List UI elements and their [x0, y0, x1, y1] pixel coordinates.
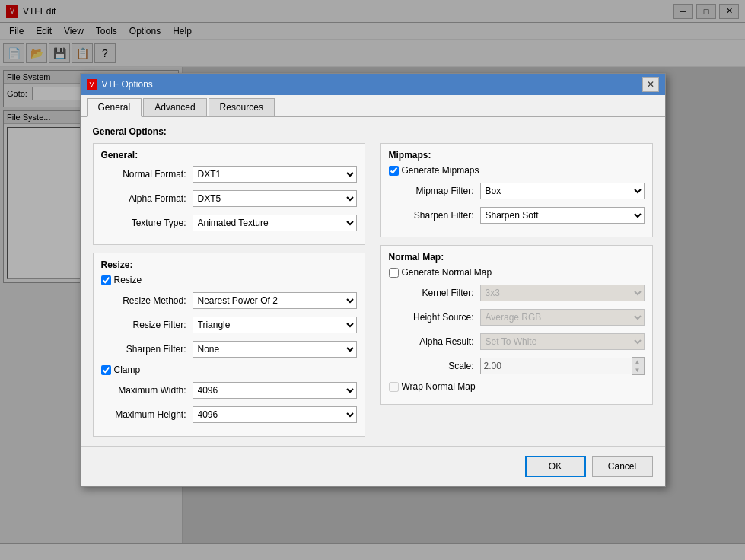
- alpha-format-row: Alpha Format: DXT1 DXT3 DXT5 BGR888 BGRA…: [101, 189, 357, 208]
- dialog-footer: OK Cancel: [81, 446, 665, 486]
- max-width-select[interactable]: 256 512 1024 2048 4096: [193, 382, 357, 399]
- dialog-content-area: General Options: General: Normal Format:: [81, 117, 665, 446]
- resize-filter-label: Resize Filter:: [101, 320, 193, 330]
- clamp-checkbox-label: Clamp: [114, 364, 141, 375]
- kernel-filter-select[interactable]: 3x3 5x5 7x7 9x9: [480, 285, 645, 301]
- resize-checkbox[interactable]: [101, 275, 111, 285]
- scale-down-button[interactable]: ▼: [632, 366, 644, 374]
- max-height-label: Maximum Height:: [101, 409, 193, 420]
- normal-format-select[interactable]: DXT1 DXT3 DXT5 BGR888 BGRA8888: [193, 166, 357, 183]
- generate-mipmaps-label: Generate Mipmaps: [402, 165, 479, 176]
- resize-method-row: Resize Method: Nearest Power Of 2 Bigges…: [101, 291, 357, 310]
- max-height-row: Maximum Height: 256 512 1024 2048 4096: [101, 406, 357, 424]
- scale-input[interactable]: 2.00: [480, 358, 632, 374]
- kernel-filter-label: Kernel Filter:: [389, 288, 480, 298]
- alpha-format-select[interactable]: DXT1 DXT3 DXT5 BGR888 BGRA8888: [193, 190, 357, 207]
- wrap-normalmap-checkbox[interactable]: [389, 382, 399, 392]
- resize-method-select[interactable]: Nearest Power Of 2 Biggest Power Of 2 Sm…: [193, 292, 357, 309]
- resize-checkbox-label: Resize: [114, 275, 142, 285]
- dialog-icon: V: [87, 79, 97, 90]
- mip-sharpen-filter-label: Sharpen Filter:: [389, 210, 480, 221]
- scale-label: Scale:: [389, 361, 480, 371]
- scale-up-button[interactable]: ▲: [632, 358, 644, 366]
- dialog-close-button[interactable]: ✕: [642, 77, 659, 92]
- tab-resources[interactable]: Resources: [209, 98, 275, 116]
- generate-normalmap-checkbox[interactable]: [389, 268, 399, 278]
- mipmap-filter-select[interactable]: Box Triangle Quadratic Cubic: [480, 183, 645, 199]
- height-source-select[interactable]: Average RGB Alpha Channel Height Map: [480, 309, 645, 326]
- resize-method-label: Resize Method:: [101, 295, 193, 306]
- resize-sharpen-row: Sharpen Filter: None Sharpen Soft Sharpe…: [101, 340, 357, 358]
- cancel-button[interactable]: Cancel: [592, 456, 653, 477]
- wrap-normalmap-row: Wrap Normal Map: [389, 381, 645, 392]
- scale-spinbox-buttons: ▲ ▼: [632, 357, 645, 375]
- tab-advanced[interactable]: Advanced: [143, 98, 206, 116]
- generate-normalmap-row: Generate Normal Map: [389, 267, 645, 278]
- dialog-tabs: General Advanced Resources: [81, 95, 665, 117]
- mip-sharpen-filter-select[interactable]: None Sharpen Soft Sharpen Medium Sharpen…: [480, 207, 645, 224]
- texture-type-select[interactable]: Animated Texture Normal Map Environment …: [193, 215, 357, 231]
- mipmaps-section-box: Mipmaps: Generate Mipmaps Mipmap Filter:…: [380, 143, 653, 237]
- generate-mipmaps-row: Generate Mipmaps: [389, 165, 645, 176]
- resize-sharpen-select[interactable]: None Sharpen Soft Sharpen Medium Sharpen…: [193, 341, 357, 358]
- alpha-format-label: Alpha Format:: [101, 193, 193, 204]
- generate-mipmaps-checkbox[interactable]: [389, 166, 399, 176]
- alpha-result-row: Alpha Result: Set To White Set To Black: [389, 332, 645, 351]
- mipmap-filter-row: Mipmap Filter: Box Triangle Quadratic Cu…: [389, 182, 645, 200]
- dialog-title-bar: V VTF Options ✕: [81, 74, 665, 95]
- alpha-result-select[interactable]: Set To White Set To Black: [480, 333, 645, 350]
- general-section-box: General: Normal Format: DXT1 DXT3 DXT5: [93, 143, 365, 245]
- general-sub-header: General:: [101, 150, 357, 161]
- resize-sharpen-label: Sharpen Filter:: [101, 344, 193, 355]
- resize-sub-header: Resize:: [101, 259, 357, 270]
- ok-button[interactable]: OK: [525, 456, 586, 477]
- mipmap-filter-label: Mipmap Filter:: [389, 186, 480, 196]
- clamp-checkbox-row: Clamp: [101, 364, 357, 375]
- wrap-normalmap-label: Wrap Normal Map: [402, 381, 476, 392]
- mip-sharpen-filter-row: Sharpen Filter: None Sharpen Soft Sharpe…: [389, 206, 645, 224]
- resize-filter-select[interactable]: Box Triangle Quadratic Cubic: [193, 317, 357, 333]
- dialog-title: VTF Options: [102, 79, 153, 90]
- height-source-row: Height Source: Average RGB Alpha Channel…: [389, 308, 645, 326]
- tab-general[interactable]: General: [87, 98, 142, 117]
- clamp-checkbox[interactable]: [101, 365, 111, 375]
- scale-row: Scale: 2.00 ▲ ▼: [389, 357, 645, 375]
- mipmaps-sub-header: Mipmaps:: [389, 150, 645, 161]
- max-width-row: Maximum Width: 256 512 1024 2048 4096: [101, 381, 357, 399]
- normalmap-sub-header: Normal Map:: [389, 252, 645, 262]
- max-width-label: Maximum Width:: [101, 385, 193, 396]
- vtf-options-dialog: V VTF Options ✕ General Advanced Resourc…: [80, 73, 666, 487]
- texture-type-row: Texture Type: Animated Texture Normal Ma…: [101, 214, 357, 232]
- resize-filter-row: Resize Filter: Box Triangle Quadratic Cu…: [101, 316, 357, 334]
- height-source-label: Height Source:: [389, 312, 480, 323]
- resize-checkbox-row: Resize: [101, 275, 357, 285]
- general-options-header: General Options:: [93, 126, 653, 137]
- max-height-select[interactable]: 256 512 1024 2048 4096: [193, 406, 357, 423]
- normal-format-row: Normal Format: DXT1 DXT3 DXT5 BGR888 BGR…: [101, 165, 357, 183]
- modal-overlay: V VTF Options ✕ General Advanced Resourc…: [0, 0, 745, 560]
- generate-normalmap-label: Generate Normal Map: [402, 267, 492, 278]
- alpha-result-label: Alpha Result:: [389, 336, 480, 347]
- texture-type-label: Texture Type:: [101, 218, 193, 228]
- kernel-filter-row: Kernel Filter: 3x3 5x5 7x7 9x9: [389, 284, 645, 302]
- normalmap-section-box: Normal Map: Generate Normal Map Kernel F…: [380, 245, 653, 405]
- resize-section-box: Resize: Resize Resize Method: Near: [93, 253, 365, 437]
- normal-format-label: Normal Format:: [101, 169, 193, 180]
